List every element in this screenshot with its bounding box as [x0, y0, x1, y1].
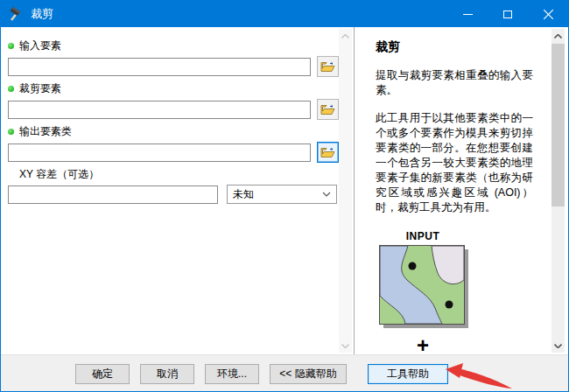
scroll-up-icon[interactable] [551, 29, 565, 43]
scroll-up-icon[interactable] [339, 29, 352, 43]
help-description: 此工具用于以其他要素类中的一个或多个要素作为模具来剪切掉要素类的一部分。在您想要… [376, 111, 533, 215]
diagram-input-label: INPUT [379, 230, 467, 242]
maximize-button[interactable] [488, 1, 528, 27]
left-panel-scrollbar[interactable] [339, 29, 352, 353]
output-feature-class-label: 输出要素类 [19, 124, 72, 139]
scroll-down-icon[interactable] [339, 339, 352, 353]
minimize-icon [463, 10, 473, 19]
output-feature-class-field[interactable] [8, 144, 311, 162]
dialog-footer: 确定 取消 环境... << 隐藏帮助 工具帮助 [1, 354, 568, 392]
required-indicator [8, 86, 14, 92]
minimize-button[interactable] [447, 1, 488, 27]
scrollbar-thumb[interactable] [551, 44, 565, 206]
browse-clip-features-button[interactable] [317, 99, 339, 120]
help-panel: 裁剪 提取与裁剪要素相重叠的输入要素。 此工具用于以其他要素类中的一个或多个要素… [355, 27, 568, 354]
tool-help-button[interactable]: 工具帮助 [368, 364, 448, 384]
maximize-icon [503, 10, 512, 18]
ok-button[interactable]: 确定 [75, 364, 130, 384]
clip-tool-dialog: 裁剪 输入要素 [0, 0, 569, 392]
clip-diagram: INPUT + CLIP FEATURE [379, 230, 467, 354]
environments-button[interactable]: 环境... [205, 364, 259, 384]
browse-output-button[interactable] [317, 142, 339, 163]
chevron-down-icon [322, 192, 331, 197]
xy-tolerance-label: XY 容差（可选） [19, 167, 99, 182]
xy-tolerance-field[interactable] [8, 186, 218, 204]
cancel-button[interactable]: 取消 [140, 364, 194, 384]
help-panel-scrollbar[interactable] [551, 29, 565, 353]
input-features-label: 输入要素 [19, 38, 61, 53]
input-map-graphic [379, 245, 468, 329]
close-button[interactable] [528, 1, 568, 27]
titlebar[interactable]: 裁剪 [1, 1, 568, 27]
diagram-plus-sign: + [379, 336, 467, 354]
clip-features-label: 裁剪要素 [19, 81, 61, 96]
clip-features-field[interactable] [8, 101, 311, 119]
hide-help-button[interactable]: << 隐藏帮助 [270, 364, 347, 384]
open-folder-icon [320, 103, 335, 116]
open-folder-icon [320, 146, 335, 158]
required-indicator [8, 43, 14, 49]
parameters-panel: 输入要素 裁剪要素 [1, 27, 355, 354]
required-indicator [8, 129, 14, 135]
help-summary: 提取与裁剪要素相重叠的输入要素。 [376, 68, 533, 98]
browse-input-features-button[interactable] [317, 56, 339, 77]
input-features-field[interactable] [8, 58, 311, 76]
scroll-down-icon[interactable] [551, 339, 565, 353]
hammer-tool-icon [8, 6, 24, 22]
unit-select-value: 未知 [233, 187, 254, 202]
open-folder-icon [320, 60, 335, 73]
close-icon [544, 10, 553, 19]
help-title: 裁剪 [376, 39, 533, 55]
xy-tolerance-unit-select[interactable]: 未知 [227, 185, 337, 204]
window-title: 裁剪 [31, 6, 53, 22]
